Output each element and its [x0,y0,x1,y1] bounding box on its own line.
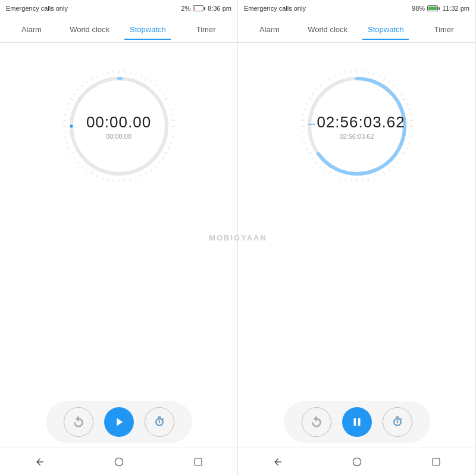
left-back-icon [35,457,45,467]
right-controls-pill [284,401,430,443]
right-timer-circle: –02:56:03.62 02:56:03.62 [298,67,416,186]
left-time: 8:36 pm [208,5,231,12]
left-controls-area [0,392,237,448]
right-nav-recents[interactable] [421,451,451,473]
svg-point-63 [115,458,123,465]
left-battery-icon [193,5,205,11]
right-phone-panel: Emergency calls only 98% 11:32 pm Alarm … [238,0,476,475]
right-reset-button[interactable] [302,407,331,437]
right-tab-alarm[interactable]: Alarm [240,19,299,40]
left-nav-back[interactable] [25,451,55,473]
left-nav-recents[interactable] [183,451,213,473]
right-stopwatch-content: –02:56:03.62 02:56:03.62 [238,43,475,392]
right-tab-timer[interactable]: Timer [415,19,473,40]
left-play-icon [112,415,126,429]
right-home-icon [351,456,363,468]
right-controls-area [238,392,475,448]
right-battery-fill [428,7,437,10]
right-nav-back[interactable] [263,451,293,473]
right-pause-button[interactable] [342,407,372,437]
left-nav-bar [0,448,237,475]
left-home-icon [113,456,125,468]
right-tab-stopwatch[interactable]: Stopwatch [357,19,415,40]
right-timer-dash: – [308,117,315,130]
left-lap-icon [154,416,165,428]
right-battery-pct: 98% [412,5,425,12]
left-play-button[interactable] [104,407,134,437]
left-battery-body [193,5,203,11]
left-status-bar: Emergency calls only 2% 8:36 pm [0,0,237,17]
left-timer-sub: 00:00.00 [86,133,151,140]
right-back-icon [273,457,283,467]
left-controls-pill [46,401,192,443]
right-battery-icon [427,5,440,11]
left-tab-alarm[interactable]: Alarm [2,19,61,40]
svg-point-127 [353,458,361,465]
left-reset-icon [72,415,85,429]
left-lap-button[interactable] [145,407,174,437]
left-timer-main: 00:00.00 [86,113,151,132]
left-stopwatch-content: 00:00.00 00:00.00 [0,43,237,392]
left-timer-circle: 00:00.00 00:00.00 [60,67,178,186]
left-phone-panel: Emergency calls only 2% 8:36 pm Alarm Wo… [0,0,238,475]
right-status-bar: Emergency calls only 98% 11:32 pm [238,0,475,17]
right-lap-button[interactable] [383,407,412,437]
right-tab-bar: Alarm World clock Stopwatch Timer [238,17,475,43]
right-nav-home[interactable] [342,451,372,473]
left-reset-button[interactable] [64,407,93,437]
right-emergency-text: Emergency calls only [244,5,306,12]
right-status-right: 98% 11:32 pm [412,5,469,12]
svg-rect-128 [433,458,440,465]
left-status-right: 2% 8:36 pm [181,5,231,12]
right-lap-icon [392,416,403,428]
left-battery-pct: 2% [181,5,190,12]
right-pause-icon [350,415,364,429]
right-timer-main: –02:56:03.62 [308,113,405,132]
left-tab-bar: Alarm World clock Stopwatch Timer [0,17,237,43]
right-reset-icon [310,415,323,429]
right-battery-body [427,5,438,11]
left-timer-display: 00:00.00 00:00.00 [86,113,151,140]
right-timer-display: –02:56:03.62 02:56:03.62 [308,113,405,140]
right-tab-worldclock[interactable]: World clock [299,19,357,40]
svg-rect-64 [195,458,202,465]
left-nav-home[interactable] [104,451,134,473]
right-timer-main-value: 02:56:03.62 [317,113,405,131]
left-battery-tip [204,7,205,10]
left-tab-timer[interactable]: Timer [177,19,235,40]
right-recents-icon [431,457,441,467]
right-nav-bar [238,448,475,475]
left-recents-icon [193,457,203,467]
right-time: 11:32 pm [442,5,469,12]
right-battery-tip [439,7,440,10]
left-emergency-text: Emergency calls only [6,5,68,12]
left-tab-worldclock[interactable]: World clock [61,19,119,40]
left-tab-stopwatch[interactable]: Stopwatch [119,19,177,40]
right-timer-sub: 02:56:03.62 [308,133,405,140]
